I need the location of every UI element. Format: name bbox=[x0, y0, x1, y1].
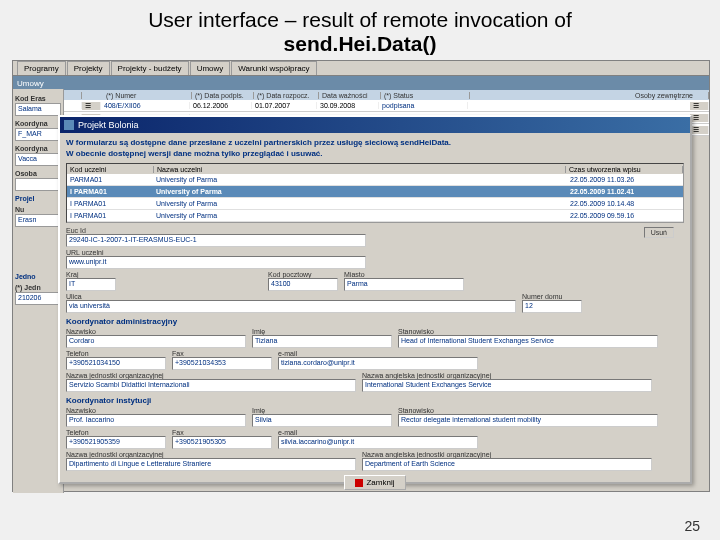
koord-inst-label: Koordynator instytucji bbox=[66, 396, 684, 405]
admin-imie[interactable]: Tiziana bbox=[252, 335, 392, 348]
info-text-2: W obecnie dostępnej wersji dane można ty… bbox=[66, 148, 684, 159]
dialog-projekt-bolonia: Projekt Bolonia W formularzu są dostępne… bbox=[58, 115, 692, 484]
admin-fax[interactable]: +390521034353 bbox=[172, 357, 272, 370]
tab-umowy[interactable]: Umowy bbox=[190, 61, 231, 75]
tab-warunki[interactable]: Warunki współpracy bbox=[231, 61, 316, 75]
inst-jedn-ang[interactable]: Department of Earth Science bbox=[362, 458, 652, 471]
inst-stanowisko[interactable]: Rector delegate international student mo… bbox=[398, 414, 658, 427]
list-item[interactable]: I PARMA01University of Parma22.05.2009 1… bbox=[67, 198, 683, 210]
miasto-field[interactable]: Parma bbox=[344, 278, 464, 291]
left-fmar[interactable]: F_MAR bbox=[15, 128, 61, 141]
left-panel: Kod Eras Salama Koordyna F_MAR Koordyna … bbox=[13, 89, 64, 493]
inst-nazwisko[interactable]: Prof. Iaccarino bbox=[66, 414, 246, 427]
tab-projekty[interactable]: Projekty bbox=[67, 61, 110, 75]
ulica-field[interactable]: via università bbox=[66, 300, 516, 313]
admin-jedn[interactable]: Servizio Scambi Didattici Internazionali bbox=[66, 379, 356, 392]
close-icon bbox=[355, 479, 363, 487]
umowy-header: Umowy bbox=[13, 76, 709, 90]
main-tabs: Programy Projekty Projekty - budżety Umo… bbox=[13, 61, 709, 76]
umowy-columns: (*) Rodzaj (*) Numer (*) Data podpis. (*… bbox=[13, 90, 709, 100]
admin-tel[interactable]: +390521034150 bbox=[66, 357, 166, 370]
tab-budzety[interactable]: Projekty - budżety bbox=[111, 61, 189, 75]
table-row[interactable]: Bilateralna☰408/E/XII0606.12.200601.07.2… bbox=[13, 100, 709, 112]
dialog-icon bbox=[64, 120, 74, 130]
left-210206[interactable]: 210206 bbox=[15, 292, 61, 305]
admin-stanowisko[interactable]: Head of International Student Exchanges … bbox=[398, 335, 658, 348]
left-vacca[interactable]: Vacca bbox=[15, 153, 61, 166]
list-item[interactable]: I PARMA01University of Parma22.05.2009 0… bbox=[67, 210, 683, 222]
kodp-field[interactable]: 43100 bbox=[268, 278, 338, 291]
admin-nazwisko[interactable]: Cordaro bbox=[66, 335, 246, 348]
numerd-field[interactable]: 12 bbox=[522, 300, 582, 313]
admin-jedn-ang[interactable]: International Student Exchanges Service bbox=[362, 379, 652, 392]
admin-email[interactable]: tiziana.cordaro@unipr.it bbox=[278, 357, 478, 370]
dialog-titlebar: Projekt Bolonia bbox=[60, 117, 690, 133]
list-item[interactable]: I PARMA01University of Parma22.05.2009 1… bbox=[67, 186, 683, 198]
delete-button[interactable]: Usuń bbox=[644, 227, 674, 238]
left-salama[interactable]: Salama bbox=[15, 103, 61, 116]
slide-title: User interface – result of remote invoca… bbox=[0, 0, 720, 58]
slide-number: 25 bbox=[684, 518, 700, 534]
list-item[interactable]: PARMA01University of Parma22.05.2009 11.… bbox=[67, 174, 683, 186]
inst-jedn[interactable]: Dipartimento di Lingue e Letterature Str… bbox=[66, 458, 356, 471]
inst-fax[interactable]: +390521905305 bbox=[172, 436, 272, 449]
data-list: Kod uczelni Nazwa uczelni Czas utworzeni… bbox=[66, 163, 684, 223]
koord-admin-label: Koordynator administracyjny bbox=[66, 317, 684, 326]
inst-imie[interactable]: Silvia bbox=[252, 414, 392, 427]
tab-programy[interactable]: Programy bbox=[17, 61, 66, 75]
close-button[interactable]: Zamknij bbox=[344, 475, 405, 490]
left-erasn[interactable]: Erasn bbox=[15, 214, 61, 227]
url-field[interactable]: www.unipr.it bbox=[66, 256, 366, 269]
euc-field[interactable]: 29240-IC-1-2007-1-IT-ERASMUS-EUC-1 bbox=[66, 234, 366, 247]
inst-email[interactable]: silvia.iaccarino@unipr.it bbox=[278, 436, 478, 449]
info-text-1: W formularzu są dostępne dane przesłane … bbox=[66, 137, 684, 148]
kraj-field[interactable]: IT bbox=[66, 278, 116, 291]
inst-tel[interactable]: +390521905359 bbox=[66, 436, 166, 449]
